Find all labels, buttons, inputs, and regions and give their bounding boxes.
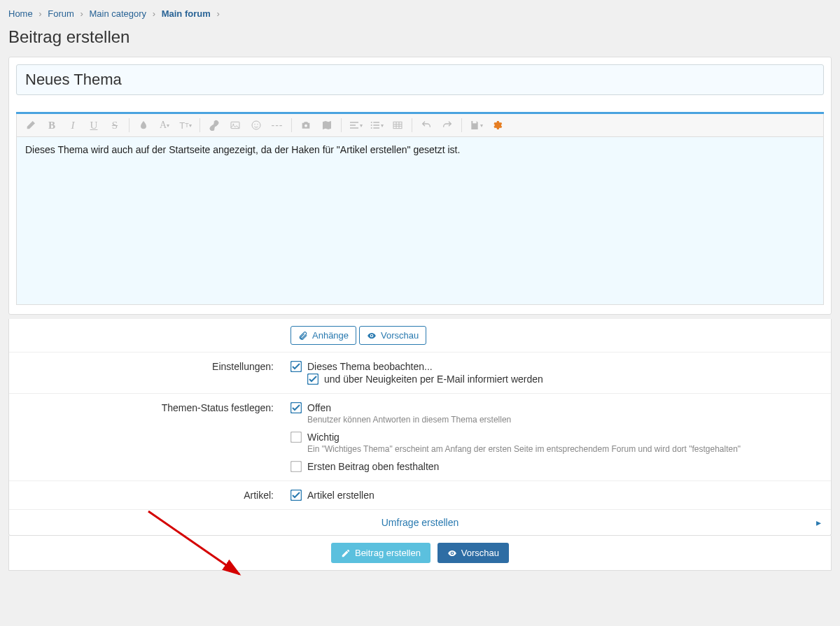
underline-icon[interactable]: U [84,117,104,134]
important-desc: Ein "Wichtiges Thema" erscheint am Anfan… [307,444,822,454]
svg-point-8 [371,127,372,129]
preview-label-footer: Vorschau [461,548,499,558]
link-icon[interactable] [204,117,224,134]
align-icon[interactable]: ▾ [346,117,365,134]
svg-point-3 [254,124,255,125]
breadcrumb-sep: › [153,8,155,19]
attachments-button[interactable]: Anhänge [290,326,356,345]
svg-point-5 [304,125,307,127]
checkbox-watch[interactable] [290,361,302,372]
breadcrumb-forum[interactable]: Forum [48,8,74,19]
attachments-label: Anhänge [312,330,349,341]
breadcrumb-home[interactable]: Home [8,8,33,19]
preview-label-top: Vorschau [381,330,419,341]
undo-icon[interactable] [416,117,436,134]
email-label: und über Neuigkeiten per E-Mail informie… [324,374,543,385]
font-color-icon[interactable]: A▾ [155,117,174,134]
list-icon[interactable]: ▾ [367,117,386,134]
strike-icon[interactable]: S [105,117,125,134]
toolbar-separator [412,118,412,132]
status-section-label: Themen-Status festlegen: [9,394,282,481]
svg-rect-9 [393,122,402,128]
svg-point-4 [257,124,258,125]
submit-label: Beitrag erstellen [355,548,421,558]
open-desc: Benutzer können Antworten in diesem Them… [307,415,822,425]
toolbar-separator [291,118,292,132]
eraser-icon[interactable] [21,117,41,134]
breadcrumb-sep: › [38,8,41,19]
important-label: Wichtig [307,432,340,443]
settings-icon[interactable] [487,117,507,134]
toolbar-separator [129,118,130,132]
checkbox-create-article[interactable] [290,490,302,501]
font-size-icon[interactable]: TT▾ [176,117,195,134]
subject-input[interactable] [16,64,824,95]
checkbox-important[interactable] [290,432,302,443]
breadcrumb-sep: › [80,8,83,19]
create-article-label: Artikel erstellen [307,490,374,501]
settings-section-label: Einstellungen: [9,353,282,393]
eye-icon [447,548,457,558]
svg-point-2 [252,121,260,129]
svg-point-6 [371,122,372,123]
open-label: Offen [307,402,331,413]
italic-icon[interactable]: I [63,117,83,134]
breadcrumb-sep: › [216,8,219,19]
table-icon[interactable] [388,117,407,134]
breadcrumb-mainforum[interactable]: Main forum [162,8,211,19]
survey-label: Umfrage erstellen [382,517,459,528]
redo-icon[interactable] [438,117,457,134]
map-icon[interactable] [317,117,337,134]
watch-label: Dieses Thema beobachten... [307,361,433,372]
chevron-right-icon: ▸ [816,517,821,528]
bold-icon[interactable]: B [42,117,62,134]
create-survey-toggle[interactable]: Umfrage erstellen ▸ [9,510,831,535]
save-icon[interactable]: ▾ [466,117,486,134]
paperclip-icon [298,331,308,341]
checkbox-email[interactable] [307,374,318,385]
preview-button-footer[interactable]: Vorschau [438,543,509,563]
svg-rect-15 [291,462,302,472]
page-title: Beitrag erstellen [8,27,832,47]
eye-icon [367,331,377,341]
hr-icon[interactable]: --- [267,117,287,134]
image-icon[interactable] [225,117,245,134]
pin-first-label: Ersten Beitrag oben festhalten [307,461,439,472]
breadcrumb: Home › Forum › Main category › Main foru… [8,7,832,24]
editor-toolbar: BIUSA▾TT▾---▾▾▾ [16,114,824,137]
svg-rect-14 [291,432,302,443]
drop-icon[interactable] [134,117,153,134]
toolbar-separator [461,118,462,132]
submit-button[interactable]: Beitrag erstellen [331,543,430,563]
editor-textarea[interactable] [16,137,824,305]
article-section-label: Artikel: [9,481,282,509]
checkbox-open[interactable] [290,402,302,413]
camera-icon[interactable] [296,117,316,134]
checkbox-pin-first[interactable] [290,461,302,472]
svg-rect-10 [472,121,476,123]
breadcrumb-category[interactable]: Main category [89,8,146,19]
smiley-icon[interactable] [246,117,266,134]
pencil-icon [341,548,351,558]
svg-point-7 [371,125,372,126]
toolbar-separator [341,118,342,132]
preview-button-top[interactable]: Vorschau [359,326,426,345]
toolbar-separator [200,118,200,132]
